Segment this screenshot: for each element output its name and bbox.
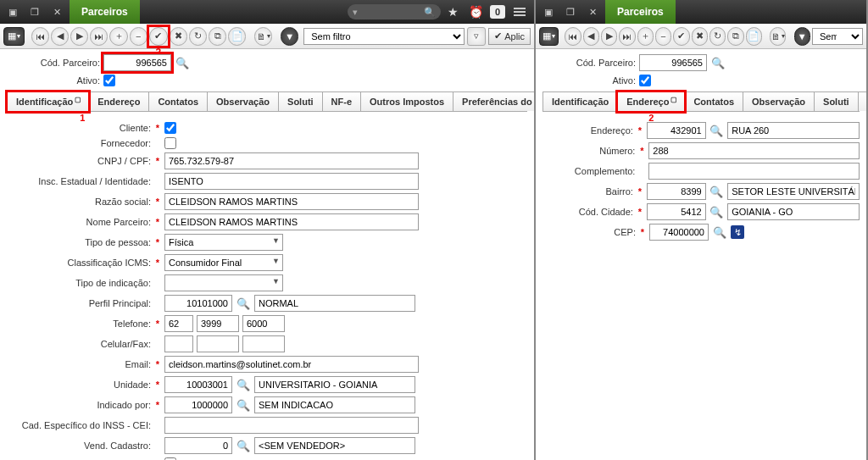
- cliente-checkbox[interactable]: [164, 122, 176, 134]
- grid-menu-button[interactable]: ▦: [3, 27, 25, 46]
- unidade-desc-input[interactable]: [254, 376, 415, 393]
- add-button[interactable]: ＋: [109, 27, 127, 46]
- tab-endereco[interactable]: Endereço▢: [617, 91, 685, 111]
- razao-input[interactable]: [164, 193, 419, 210]
- notification-count[interactable]: 0: [490, 5, 505, 19]
- tel-num-input[interactable]: [242, 315, 285, 332]
- cancel-button[interactable]: ✖: [170, 27, 187, 46]
- close-icon[interactable]: ✕: [583, 3, 602, 20]
- search-input[interactable]: ▾🔍: [348, 4, 441, 19]
- class-icms-select[interactable]: Consumidor Final: [164, 254, 283, 271]
- nav-first-button[interactable]: ⏮: [31, 27, 49, 46]
- cod-parceiro-input[interactable]: [103, 54, 171, 71]
- export-button[interactable]: 🗎: [254, 27, 272, 46]
- remove-button[interactable]: −: [655, 27, 671, 46]
- export-button[interactable]: 🗎: [770, 27, 786, 46]
- vend-desc-input[interactable]: [254, 437, 415, 454]
- bairro-desc-input[interactable]: [727, 183, 860, 200]
- filter-funnel-icon[interactable]: ▿: [467, 27, 486, 46]
- bairro-lookup-icon[interactable]: 🔍: [709, 184, 725, 199]
- cod-parceiro-lookup-icon[interactable]: 🔍: [175, 55, 190, 70]
- nome-input[interactable]: [164, 213, 419, 230]
- ativo-checkbox[interactable]: [639, 75, 651, 86]
- filter-select[interactable]: Sem filtro: [303, 28, 465, 45]
- remove-button[interactable]: −: [130, 27, 147, 46]
- favorite-icon[interactable]: ★: [444, 5, 462, 19]
- tab-preferencias[interactable]: Preferências do Parceiro: [453, 91, 534, 111]
- copy-button[interactable]: ⧉: [727, 27, 743, 46]
- tab-soluti[interactable]: Soluti: [814, 91, 859, 111]
- window-restore-icon[interactable]: ▣: [539, 3, 558, 20]
- cel-pfx-input[interactable]: [197, 335, 239, 352]
- close-icon[interactable]: ✕: [47, 3, 66, 20]
- bairro-code-input[interactable]: [647, 183, 706, 200]
- indicado-lookup-icon[interactable]: 🔍: [236, 397, 251, 413]
- tab-observacao[interactable]: Observação: [743, 91, 815, 111]
- nav-last-button[interactable]: ⏭: [90, 27, 108, 46]
- cidade-desc-input[interactable]: [727, 203, 860, 220]
- paste-button[interactable]: 📄: [228, 27, 246, 46]
- perfil-desc-input[interactable]: [254, 295, 415, 312]
- cod-parceiro-lookup-icon[interactable]: 🔍: [710, 55, 726, 70]
- module-tab[interactable]: Parceiros: [70, 0, 140, 24]
- tab-nfe[interactable]: NF-e: [322, 91, 361, 111]
- cancel-button[interactable]: ✖: [692, 27, 708, 46]
- vend-code-input[interactable]: [164, 437, 232, 454]
- refresh-button[interactable]: ↻: [709, 27, 726, 46]
- grid-menu-button[interactable]: ▦: [539, 27, 559, 46]
- cod-parceiro-input[interactable]: [639, 54, 707, 71]
- apply-filter-button[interactable]: ✔Aplic: [488, 28, 531, 45]
- module-tab[interactable]: Parceiros: [605, 0, 676, 24]
- endereco-lookup-icon[interactable]: 🔍: [709, 123, 725, 138]
- tab-soluti[interactable]: Soluti: [278, 91, 323, 111]
- vend-lookup-icon[interactable]: 🔍: [236, 438, 251, 453]
- nav-next-button[interactable]: ▶: [601, 27, 617, 46]
- cnpj-input[interactable]: [164, 152, 419, 169]
- tab-nfe[interactable]: NF-e: [858, 91, 866, 111]
- endereco-code-input[interactable]: [647, 122, 706, 139]
- tab-identificacao[interactable]: Identificação: [542, 91, 618, 111]
- cep-lookup-icon[interactable]: 🔍: [712, 224, 727, 240]
- numero-input[interactable]: [648, 142, 860, 159]
- indicado-desc-input[interactable]: [254, 396, 415, 413]
- tab-identificacao[interactable]: Identificação▢: [7, 91, 89, 111]
- cidade-lookup-icon[interactable]: 🔍: [709, 204, 725, 219]
- nav-last-button[interactable]: ⏭: [619, 27, 635, 46]
- tipo-indic-select[interactable]: [164, 274, 283, 291]
- tab-observacao[interactable]: Observação: [207, 91, 279, 111]
- window-copy-icon[interactable]: ❐: [25, 3, 44, 20]
- cel-num-input[interactable]: [242, 335, 285, 352]
- window-restore-icon[interactable]: ▣: [3, 3, 22, 20]
- window-copy-icon[interactable]: ❐: [561, 3, 580, 20]
- copy-button[interactable]: ⧉: [209, 27, 226, 46]
- filter-select[interactable]: Sem: [812, 28, 863, 45]
- nav-prev-button[interactable]: ◀: [583, 27, 599, 46]
- cidade-code-input[interactable]: [647, 203, 706, 220]
- perfil-code-input[interactable]: [164, 295, 232, 312]
- cel-ddd-input[interactable]: [164, 335, 193, 352]
- cep-input[interactable]: [649, 224, 709, 241]
- tel-ddd-input[interactable]: [164, 315, 193, 332]
- confirm-button[interactable]: ✔: [149, 27, 168, 46]
- endereco-desc-input[interactable]: [727, 122, 860, 139]
- paste-button[interactable]: 📄: [746, 27, 762, 46]
- inss-input[interactable]: [164, 417, 419, 434]
- nav-first-button[interactable]: ⏮: [565, 27, 581, 46]
- perfil-lookup-icon[interactable]: 🔍: [236, 296, 251, 311]
- tab-contatos[interactable]: Contatos: [684, 91, 743, 111]
- alarm-icon[interactable]: ⏰: [465, 5, 487, 19]
- correios-icon[interactable]: ↯: [731, 225, 744, 239]
- confirm-button[interactable]: ✔: [673, 27, 689, 46]
- insc-input[interactable]: [164, 173, 419, 190]
- menu-icon[interactable]: [509, 8, 531, 16]
- add-button[interactable]: ＋: [637, 27, 654, 46]
- tipo-pessoa-select[interactable]: Física: [164, 234, 283, 251]
- filter-icon[interactable]: ▼: [281, 27, 298, 46]
- tab-endereco[interactable]: Endereço: [88, 91, 149, 111]
- indicado-code-input[interactable]: [164, 396, 232, 413]
- filter-icon[interactable]: ▼: [794, 27, 810, 46]
- compl-input[interactable]: [648, 163, 860, 180]
- tab-outros-impostos[interactable]: Outros Impostos: [360, 91, 453, 111]
- ativo-checkbox[interactable]: [103, 75, 115, 86]
- email-input[interactable]: [164, 356, 419, 373]
